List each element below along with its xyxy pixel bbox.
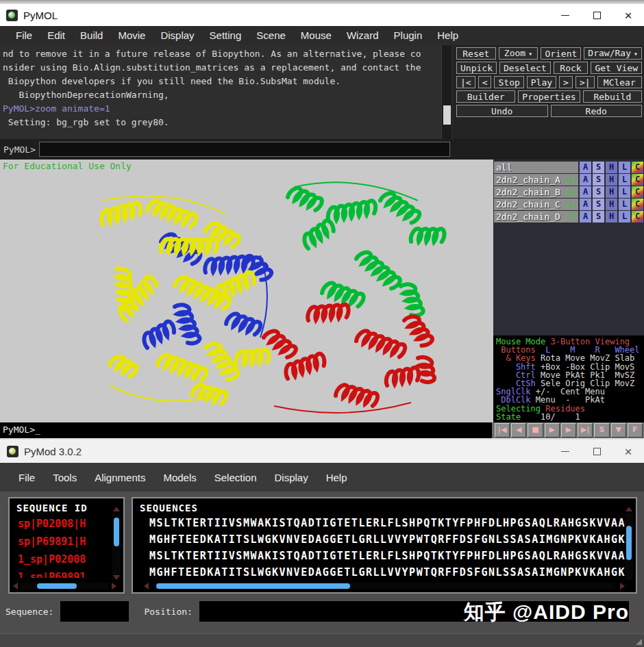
properties-button[interactable]: Properties — [518, 90, 580, 103]
menu-plugin[interactable]: Plugin — [386, 26, 430, 45]
sequence-row[interactable]: MGHFTEEDKATITSLWGKVNVEDAGGETLGRLLVVYPWTQ… — [149, 531, 636, 548]
sequence-id-item[interactable]: 1_sp|P02008 — [18, 550, 99, 568]
draw-ray-dropdown-button[interactable]: Draw/Ray▾ — [584, 47, 642, 60]
hide-menu-button[interactable]: H — [606, 174, 617, 186]
label-menu-button[interactable]: L — [619, 162, 630, 173]
scroll-right-icon[interactable] — [620, 583, 625, 589]
label-menu-button[interactable]: L — [619, 186, 630, 198]
scene-dropdown-button[interactable]: ▼ — [611, 423, 626, 437]
mclear-button[interactable]: MClear — [597, 76, 642, 88]
scroll-up-icon[interactable] — [626, 507, 632, 511]
play-button[interactable]: ▶ — [545, 423, 560, 437]
show-menu-button[interactable]: S — [593, 199, 604, 210]
redo-button[interactable]: Redo — [551, 105, 643, 117]
show-menu-button[interactable]: S — [593, 162, 604, 173]
scroll-up-icon[interactable] — [113, 507, 120, 511]
pymod-menu-file[interactable]: File — [10, 472, 44, 483]
color-menu-button[interactable]: C — [632, 186, 643, 198]
scroll-left-icon[interactable] — [13, 583, 18, 589]
menu-build[interactable]: Build — [73, 26, 110, 45]
menu-mouse[interactable]: Mouse — [293, 26, 339, 45]
rebuild-button[interactable]: Rebuild — [583, 90, 642, 103]
scrollbar-thumb[interactable] — [37, 583, 77, 589]
unpick-button[interactable]: Unpick — [456, 62, 497, 74]
reset-button[interactable]: Reset — [456, 47, 496, 60]
color-menu-button[interactable]: C — [632, 162, 643, 173]
orient-button[interactable]: Orient — [541, 47, 581, 60]
pymod-menu-selection[interactable]: Selection — [206, 472, 266, 483]
step-back-button[interactable]: ◀ — [511, 423, 526, 437]
sequence-id-vertical-scrollbar[interactable] — [112, 513, 121, 580]
pymod-menu-help[interactable]: Help — [317, 472, 356, 483]
pymod-menu-tools[interactable]: Tools — [44, 472, 86, 483]
object-row-chain-b[interactable]: 2dn2_chain_B1/1 A S H L C — [494, 186, 643, 198]
color-menu-button[interactable]: C — [632, 199, 643, 210]
feedback-console[interactable]: nd to remove it in a future release of B… — [0, 45, 452, 139]
maximize-button[interactable] — [581, 5, 612, 25]
menu-setting[interactable]: Setting — [202, 26, 249, 45]
movie-next-button[interactable]: > — [559, 76, 573, 88]
movie-stop-button[interactable]: Stop — [494, 76, 523, 88]
movie-last-button[interactable]: >| — [575, 76, 595, 88]
scroll-right-icon[interactable] — [112, 583, 116, 589]
protein-structure-image[interactable] — [0, 160, 493, 422]
resize-grip-icon[interactable] — [636, 639, 642, 645]
menu-edit[interactable]: Edit — [40, 26, 73, 45]
fullscreen-button[interactable]: F — [628, 423, 643, 437]
object-row-chain-c[interactable]: 2dn2_chain_C1/1 A S H L C — [494, 199, 643, 210]
pymol-titlebar[interactable]: PyMOL × — [0, 4, 644, 26]
scrollbar-thumb[interactable] — [114, 518, 119, 546]
action-menu-button[interactable]: A — [580, 162, 591, 173]
rock-button[interactable]: Rock — [554, 62, 589, 74]
action-menu-button[interactable]: A — [580, 186, 591, 198]
scroll-down-icon[interactable] — [113, 575, 120, 580]
object-row-chain-a[interactable]: 2dn2_chain_A1/1 A S H L C — [494, 174, 643, 186]
movie-play-button[interactable]: Play — [527, 76, 556, 88]
sequence-row[interactable]: MGHFTEEDKATITSLWGKVNVEDAGGETLGRLLVVYPWTQ… — [149, 564, 636, 581]
step-forward-button[interactable]: ▶ — [561, 423, 576, 437]
hide-menu-button[interactable]: H — [606, 162, 617, 173]
show-menu-button[interactable]: S — [593, 174, 604, 186]
sequence-id-horizontal-scrollbar[interactable] — [21, 583, 108, 589]
action-menu-button[interactable]: A — [580, 174, 591, 186]
show-menu-button[interactable]: S — [593, 211, 604, 223]
console-scrollbar-thumb[interactable] — [443, 105, 451, 125]
pymol-command-input[interactable] — [39, 142, 450, 157]
deselect-button[interactable]: Deselect — [499, 62, 551, 74]
fast-forward-button[interactable]: ▶| — [578, 423, 593, 437]
scene-button[interactable]: S — [594, 423, 609, 437]
sequences-vertical-scrollbar[interactable] — [625, 513, 633, 580]
sequence-id-item[interactable]: 1_sp|P69891 — [18, 568, 99, 578]
label-menu-button[interactable]: L — [619, 199, 630, 210]
console-scrollbar[interactable] — [441, 45, 451, 139]
sequence-row[interactable]: MSLTKTERTIIVSMWAKISTQADTIGTETLERLFLSHPQT… — [149, 548, 636, 564]
label-menu-button[interactable]: L — [619, 211, 630, 223]
minimize-button[interactable] — [549, 5, 581, 25]
color-menu-button[interactable]: C — [632, 211, 643, 223]
menu-display[interactable]: Display — [153, 26, 201, 45]
undo-button[interactable]: Undo — [456, 105, 548, 117]
builder-button[interactable]: Builder — [456, 90, 515, 103]
sequence-id-item[interactable]: sp|P69891|H — [18, 533, 99, 550]
hide-menu-button[interactable]: H — [606, 199, 617, 210]
pymod-minimize-button[interactable] — [549, 441, 581, 461]
close-button[interactable]: × — [612, 5, 644, 25]
object-row-all[interactable]: all A S H L C — [494, 162, 643, 173]
movie-first-button[interactable]: |< — [456, 76, 475, 88]
menu-scene[interactable]: Scene — [249, 26, 293, 45]
pymod-maximize-button[interactable] — [581, 441, 612, 461]
mouse-mode-panel[interactable]: Mouse Mode 3-Button Viewing Buttons L M … — [493, 335, 644, 422]
pymod-menu-models[interactable]: Models — [154, 472, 205, 483]
action-menu-button[interactable]: A — [580, 211, 591, 223]
stop-button[interactable]: ■ — [528, 423, 543, 437]
scrollbar-thumb[interactable] — [156, 583, 350, 589]
rewind-button[interactable]: |◀ — [495, 423, 510, 437]
pymod-titlebar[interactable]: PyMod 3.0.2 × — [0, 440, 644, 463]
object-row-chain-d[interactable]: 2dn2_chain_D1/1 A S H L C — [494, 211, 643, 223]
sequence-field-input[interactable] — [60, 601, 129, 622]
hide-menu-button[interactable]: H — [606, 211, 617, 223]
menu-file[interactable]: File — [8, 26, 40, 45]
pymod-close-button[interactable]: × — [612, 441, 644, 461]
pymod-menu-alignments[interactable]: Alignments — [86, 472, 154, 483]
show-menu-button[interactable]: S — [593, 186, 604, 198]
